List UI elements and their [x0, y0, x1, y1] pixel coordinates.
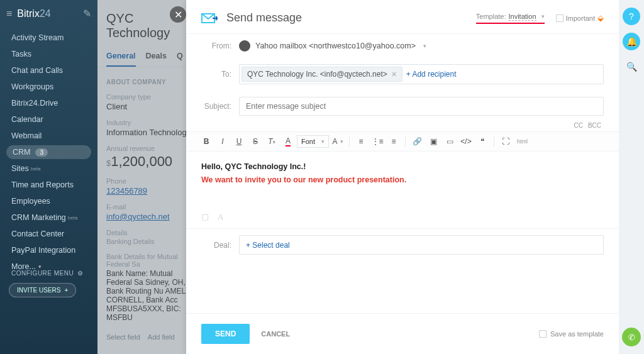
- tab-general[interactable]: General: [106, 47, 136, 67]
- menu-icon[interactable]: ≡: [6, 8, 12, 19]
- image-button[interactable]: ▣: [426, 135, 441, 148]
- nav-time-reports[interactable]: Time and Reports: [0, 177, 97, 193]
- tab-q[interactable]: Q: [177, 47, 183, 67]
- font-selector[interactable]: Font▾: [297, 135, 329, 148]
- text-color-button[interactable]: A: [280, 135, 296, 148]
- template-selector[interactable]: Template: Invitation ▾: [476, 13, 545, 24]
- compose-panel: Send message Template: Invitation ▾ Impo…: [186, 0, 619, 354]
- important-toggle[interactable]: Important⬙: [556, 13, 604, 23]
- sidebar: ≡ Bitrix24 ✎ Activity Stream Tasks Chat …: [0, 0, 97, 354]
- nav-contact-center[interactable]: Contact Center: [0, 226, 97, 242]
- close-panel-button[interactable]: ✕: [170, 6, 186, 23]
- italic-button[interactable]: I: [215, 135, 230, 148]
- remove-chip-icon[interactable]: ✕: [391, 70, 397, 79]
- subject-input[interactable]: [239, 97, 604, 116]
- ordered-list-button[interactable]: ≡: [353, 135, 369, 148]
- right-rail: ? 🔔 🔍 ✆: [619, 0, 644, 354]
- bold-button[interactable]: B: [199, 135, 214, 148]
- nav-employees[interactable]: Employees: [0, 193, 97, 209]
- add-field-link[interactable]: Add field: [148, 333, 175, 341]
- video-button[interactable]: ▭: [442, 135, 457, 148]
- link-button[interactable]: 🔗: [409, 135, 425, 148]
- revenue-value: $1,200,000: [106, 153, 195, 170]
- sidebar-header: ≡ Bitrix24 ✎: [0, 0, 97, 27]
- html-toggle[interactable]: html: [517, 138, 528, 145]
- from-selector[interactable]: Yahoo mailbox <northwestco10@yahoo.com>▾: [239, 40, 426, 52]
- plus-icon: +: [64, 287, 68, 294]
- to-input[interactable]: QYC Technology Inc. <info@qyctech.net>✕ …: [239, 64, 604, 84]
- to-label: To:: [201, 70, 231, 79]
- attach-icon[interactable]: ▢: [201, 212, 209, 222]
- nav-tasks[interactable]: Tasks: [0, 46, 97, 62]
- send-button[interactable]: SEND: [201, 324, 250, 344]
- message-editor[interactable]: Hello, QYC Technology Inc.! We want to i…: [186, 152, 619, 208]
- mail-icon: [201, 12, 218, 25]
- underline-button[interactable]: U: [231, 135, 247, 148]
- clear-format-button[interactable]: Tx: [264, 135, 279, 148]
- select-field-link[interactable]: Select field: [106, 333, 140, 341]
- deal-label: Deal:: [201, 241, 231, 250]
- nav-activity-stream[interactable]: Activity Stream: [0, 30, 97, 46]
- nav-chat[interactable]: Chat and Calls: [0, 62, 97, 79]
- pencil-icon[interactable]: ✎: [83, 8, 91, 19]
- bcc-link[interactable]: BCC: [588, 122, 601, 129]
- invite-users-button[interactable]: INVITE USERS+: [9, 283, 76, 297]
- chevron-down-icon: ▾: [423, 43, 426, 49]
- flame-icon: ⬙: [597, 13, 604, 23]
- call-button[interactable]: ✆: [622, 328, 641, 346]
- fullscreen-button[interactable]: ⛶: [498, 135, 513, 148]
- font-size-button[interactable]: A▾: [330, 135, 345, 148]
- editor-toolbar: B I U S Tx A Font▾ A▾ ≡ ⋮≡ ≡ 🔗 ▣ ▭ </> ❝…: [186, 131, 619, 152]
- nav-crm[interactable]: CRM3: [6, 145, 91, 159]
- logo: Bitrix24: [17, 8, 50, 19]
- nav-webmail[interactable]: Webmail: [0, 128, 97, 144]
- nav-paypal[interactable]: PayPal Integration: [0, 242, 97, 258]
- align-button[interactable]: ≡: [386, 135, 401, 148]
- avatar-icon: [239, 40, 250, 52]
- crm-badge: 3: [35, 148, 48, 157]
- configure-menu[interactable]: CONFIGURE MENU⚙: [0, 270, 97, 283]
- deal-selector[interactable]: + Select deal: [239, 235, 604, 255]
- text-icon[interactable]: A: [218, 212, 223, 222]
- chevron-down-icon: ▾: [541, 13, 545, 19]
- unordered-list-button[interactable]: ⋮≡: [370, 135, 385, 148]
- nav-workgroups[interactable]: Workgroups: [0, 79, 97, 95]
- gear-icon: ⚙: [77, 270, 84, 277]
- cancel-button[interactable]: CANCEL: [261, 330, 290, 338]
- nav-calendar[interactable]: Calendar: [0, 111, 97, 128]
- phone-link[interactable]: 123456789: [106, 186, 195, 196]
- strike-button[interactable]: S: [248, 135, 263, 148]
- nav-sites[interactable]: Sitesbeta: [0, 160, 97, 177]
- notifications-button[interactable]: 🔔: [623, 33, 640, 50]
- search-button[interactable]: 🔍: [623, 58, 640, 75]
- nav-drive[interactable]: Bitrix24.Drive: [0, 95, 97, 111]
- nav-crm-marketing[interactable]: CRM Marketingbeta: [0, 209, 97, 226]
- email-link[interactable]: info@qyctech.net: [106, 212, 195, 221]
- add-recipient-link[interactable]: + Add recipient: [406, 70, 457, 79]
- code-button[interactable]: </>: [458, 135, 474, 148]
- help-button[interactable]: ?: [623, 8, 640, 25]
- nav: Activity Stream Tasks Chat and Calls Wor…: [0, 27, 97, 277]
- subject-label: Subject:: [201, 102, 231, 111]
- from-label: From:: [201, 41, 231, 50]
- compose-title: Send message: [226, 11, 302, 25]
- tab-deals[interactable]: Deals: [146, 47, 167, 67]
- cc-link[interactable]: CC: [574, 122, 582, 129]
- quote-button[interactable]: ❝: [475, 135, 490, 148]
- recipient-chip: QYC Technology Inc. <info@qyctech.net>✕: [242, 67, 402, 82]
- save-as-template-toggle[interactable]: Save as template: [539, 330, 604, 338]
